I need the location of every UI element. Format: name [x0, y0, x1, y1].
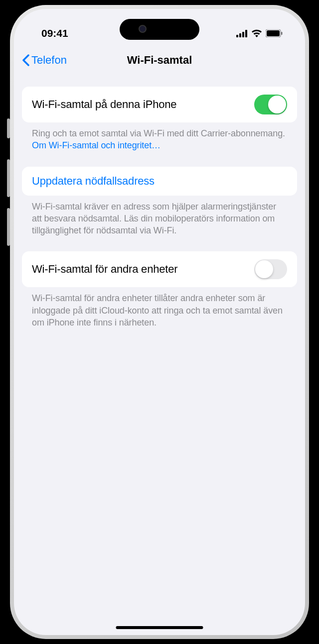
status-time: 09:41 — [41, 27, 68, 39]
emergency-address-group: Uppdatera nödfallsadress — [22, 167, 297, 196]
back-label: Telefon — [31, 54, 67, 67]
navigation-bar: Telefon Wi-Fi-samtal — [14, 44, 305, 76]
chevron-left-icon — [22, 54, 29, 66]
wifi-icon — [251, 29, 262, 37]
home-indicator[interactable] — [116, 626, 203, 629]
svg-rect-0 — [236, 35, 238, 37]
wifi-calling-footer: Ring och ta emot samtal via Wi-Fi med di… — [22, 122, 297, 167]
other-devices-toggle[interactable] — [254, 259, 287, 279]
wifi-calling-toggle[interactable] — [254, 95, 287, 114]
cellular-signal-icon — [236, 30, 248, 37]
notch — [120, 19, 199, 40]
wifi-calling-this-iphone-cell[interactable]: Wi-Fi-samtal på denna iPhone — [22, 87, 297, 122]
svg-rect-3 — [245, 30, 247, 37]
svg-rect-2 — [242, 32, 244, 37]
cell-label: Wi-Fi-samtal för andra enheter — [32, 263, 177, 276]
wifi-calling-other-devices-cell[interactable]: Wi-Fi-samtal för andra enheter — [22, 251, 297, 287]
svg-rect-6 — [281, 32, 283, 35]
battery-icon — [266, 29, 283, 37]
cell-label: Wi-Fi-samtal på denna iPhone — [32, 98, 176, 111]
svg-rect-5 — [267, 30, 280, 36]
other-devices-footer: Wi-Fi-samtal för andra enheter tillåter … — [22, 287, 297, 343]
privacy-link[interactable]: Om Wi-Fi-samtal och integritet… — [32, 140, 160, 150]
emergency-address-footer: Wi-Fi-samtal kräver en adress som hjälpe… — [22, 196, 297, 252]
wifi-calling-this-iphone-group: Wi-Fi-samtal på denna iPhone — [22, 87, 297, 122]
cell-link-label: Uppdatera nödfallsadress — [32, 175, 287, 188]
back-button[interactable]: Telefon — [22, 54, 67, 67]
update-emergency-address-cell[interactable]: Uppdatera nödfallsadress — [22, 167, 297, 196]
svg-rect-1 — [239, 33, 241, 37]
other-devices-group: Wi-Fi-samtal för andra enheter — [22, 251, 297, 287]
